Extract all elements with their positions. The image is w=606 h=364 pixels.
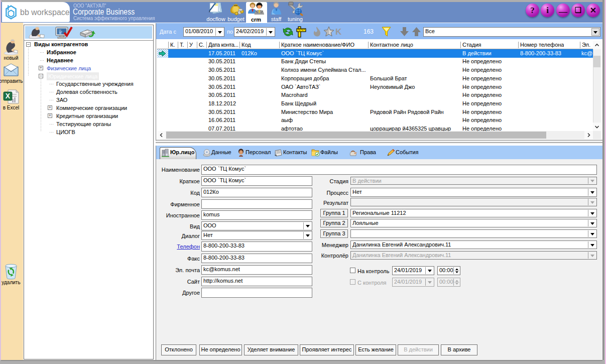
svg-text:X: X (6, 92, 11, 100)
